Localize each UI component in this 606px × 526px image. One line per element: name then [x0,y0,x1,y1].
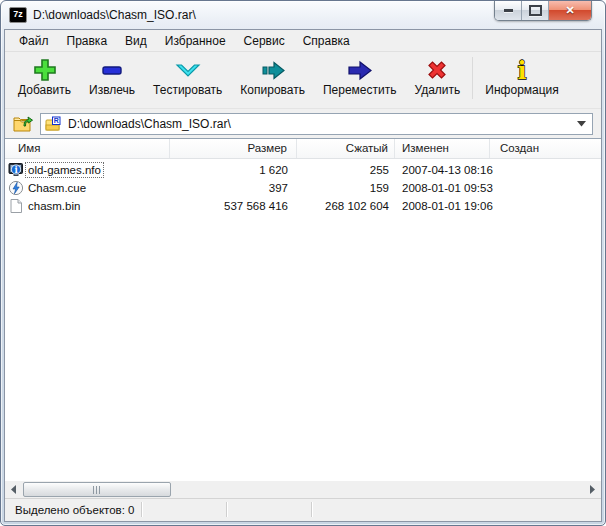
file-modified-cell: 2007-04-13 08:16 [395,164,490,176]
toolbar-button-label: Копировать [240,83,305,97]
file-size-cell: 1 620 [170,164,297,176]
svg-text:R: R [54,117,59,124]
test-chevron-icon [175,57,201,83]
close-button[interactable]: ✕ [549,1,591,20]
file-modified-cell: 2008-01-01 19:06 [395,200,490,212]
menu-file[interactable]: Файл [10,32,58,50]
info-i-icon: i [509,57,535,83]
address-bar: R D:\downloads\Chasm_ISO.rar\ [5,109,601,138]
scrollbar-grip-icon [93,486,101,494]
toolbar-separator [472,57,473,99]
file-name-cell: Chasm.cue [5,180,170,196]
toolbar-button-label: Извлечь [89,83,135,97]
column-header-size[interactable]: Размер [170,139,297,158]
address-path[interactable]: D:\downloads\Chasm_ISO.rar\ [63,117,574,131]
info-button[interactable]: i Информация [477,56,566,98]
file-packed-cell: 159 [297,182,395,194]
column-header-created[interactable]: Создан [490,139,601,158]
file-name[interactable]: old-games.nfo [26,163,103,177]
delete-x-icon [424,57,450,83]
app-7zip-icon: 7z [9,7,27,23]
maximize-button[interactable] [522,1,549,20]
selected-objects-status: Выделено объектов: 0 [5,504,134,516]
menu-help[interactable]: Справка [294,32,359,50]
scrollbar-thumb[interactable] [23,482,171,497]
table-row[interactable]: Chasm.cue 397 159 2008-01-01 09:53 [5,179,601,197]
delete-button[interactable]: Удалить [407,56,469,98]
caption-button-group: ✕ [494,1,592,21]
file-packed-cell: 255 [297,164,395,176]
folder-up-icon [13,114,33,133]
menu-view[interactable]: Вид [116,32,156,50]
minimize-button[interactable] [495,1,522,20]
file-name-cell: chasm.bin [5,198,170,214]
cue-file-icon [8,180,24,196]
file-modified-cell: 2008-01-01 09:53 [395,182,490,194]
list-header: Имя Размер Сжатый Изменен Создан [5,139,601,159]
list-body: i old-games.nfo 1 620 255 2007-04-13 08:… [5,159,601,481]
copy-arrow-icon [260,57,286,83]
close-icon: ✕ [565,5,574,16]
copy-button[interactable]: Копировать [232,56,313,98]
file-size-cell: 537 568 416 [170,200,297,212]
status-bar: Выделено объектов: 0 [5,498,601,521]
dropdown-arrow-icon[interactable] [574,114,589,134]
column-header-modified[interactable]: Изменен [395,139,490,158]
toolbar-button-label: Информация [485,83,558,97]
file-list-panel: Имя Размер Сжатый Изменен Создан i [5,138,601,498]
extract-minus-icon [99,57,125,83]
svg-text:i: i [518,57,527,83]
file-size-cell: 397 [170,182,297,194]
add-button[interactable]: Добавить [10,56,79,98]
table-row[interactable]: i old-games.nfo 1 620 255 2007-04-13 08:… [5,161,601,179]
file-name[interactable]: chasm.bin [26,199,82,213]
file-name-cell: i old-games.nfo [5,162,170,178]
address-combobox[interactable]: R D:\downloads\Chasm_ISO.rar\ [40,113,593,135]
toolbar-button-label: Добавить [18,83,71,97]
extract-button[interactable]: Извлечь [81,56,143,98]
table-row[interactable]: chasm.bin 537 568 416 268 102 604 2008-0… [5,197,601,215]
toolbar-button-label: Тестировать [153,83,222,97]
up-one-level-button[interactable] [10,112,36,136]
menu-bar: Файл Правка Вид Избранное Сервис Справка [5,30,601,52]
toolbar-button-label: Переместить [323,83,397,97]
menu-tools[interactable]: Сервис [235,32,294,50]
scroll-left-icon [11,485,16,494]
add-plus-icon [32,57,58,83]
scroll-right-button[interactable] [584,481,601,498]
move-button[interactable]: Переместить [315,56,405,98]
bin-file-icon [8,198,24,214]
horizontal-scrollbar[interactable] [5,481,601,498]
column-header-packed[interactable]: Сжатый [297,139,395,158]
scroll-right-icon [590,485,595,494]
statusbar-divider [226,502,228,517]
move-arrow-icon [347,57,373,83]
file-packed-cell: 268 102 604 [297,200,395,212]
minimize-icon [504,9,513,12]
statusbar-divider [311,502,313,517]
nfo-file-icon: i [8,162,24,178]
column-header-name[interactable]: Имя [5,139,170,158]
maximize-icon [529,5,542,16]
test-button[interactable]: Тестировать [145,56,230,98]
statusbar-divider [141,502,143,517]
client-area: Файл Правка Вид Избранное Сервис Справка… [4,29,602,522]
toolbar: Добавить Извлечь Тестировать Копиров [5,52,601,109]
rar-archive-icon: R [45,116,61,132]
menu-favorites[interactable]: Избранное [156,32,235,50]
app-window: 7z D:\downloads\Chasm_ISO.rar\ ✕ Файл Пр… [0,0,606,526]
menu-edit[interactable]: Правка [58,32,117,50]
scroll-left-button[interactable] [5,481,22,498]
toolbar-button-label: Удалить [415,83,461,97]
window-title: D:\downloads\Chasm_ISO.rar\ [33,8,196,22]
file-name[interactable]: Chasm.cue [26,181,88,195]
